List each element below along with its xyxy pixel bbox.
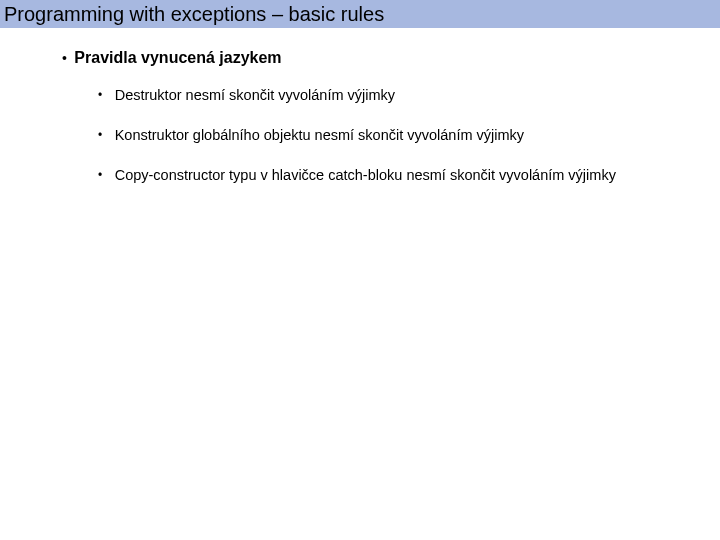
list-item-text: Copy-constructor typu v hlavičce catch-b… bbox=[115, 167, 616, 183]
slide-content: • Pravidla vynucená jazykem • Destruktor… bbox=[0, 28, 720, 184]
bullet-dot-icon: • bbox=[98, 86, 102, 104]
slide: Programming with exceptions – basic rule… bbox=[0, 0, 720, 540]
sub-list: • Destruktor nesmí skončit vyvoláním výj… bbox=[62, 86, 720, 184]
list-item: • Destruktor nesmí skončit vyvoláním výj… bbox=[98, 86, 720, 104]
bullet-level1: • Pravidla vynucená jazykem • Destruktor… bbox=[62, 48, 720, 184]
list-item: • Copy-constructor typu v hlavičce catch… bbox=[98, 166, 720, 184]
list-item-text: Destruktor nesmí skončit vyvoláním výjim… bbox=[115, 87, 395, 103]
level1-heading: Pravidla vynucená jazykem bbox=[74, 48, 281, 68]
bullet-dot-icon: • bbox=[98, 166, 102, 184]
slide-title-bar: Programming with exceptions – basic rule… bbox=[0, 0, 720, 28]
slide-title: Programming with exceptions – basic rule… bbox=[4, 3, 384, 25]
bullet-dot-icon: • bbox=[98, 126, 102, 144]
list-item-text: Konstruktor globálního objektu nesmí sko… bbox=[115, 127, 524, 143]
bullet-dot-icon: • bbox=[62, 48, 67, 68]
list-item: • Konstruktor globálního objektu nesmí s… bbox=[98, 126, 720, 144]
